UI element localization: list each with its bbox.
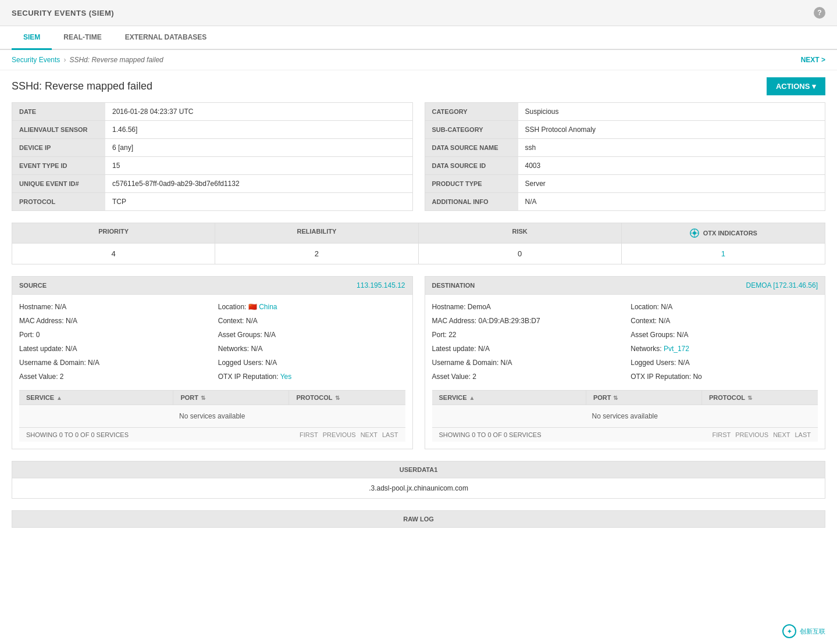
- sensor-value: 1.46.56]: [105, 121, 412, 139]
- left-info-table: DATE 2016-01-28 04:23:37 UTC ALIENVAULT …: [12, 103, 412, 210]
- destination-port: Port: 22: [432, 330, 619, 340]
- source-dest-row: SOURCE 113.195.145.12 Hostname: N/A MAC …: [12, 276, 825, 449]
- destination-panel: DESTINATION DemoA [172.31.46.56] Hostnam…: [425, 276, 826, 449]
- page-title-row: SSHd: Reverse mapped failed ACTIONS ▾: [0, 70, 837, 102]
- page-header-title: SECURITY EVENTS (SIEM): [12, 9, 114, 17]
- help-icon[interactable]: ?: [814, 7, 825, 19]
- source-protocol-col-header[interactable]: PROTOCOL ⇅: [289, 391, 405, 405]
- risk-header: RISK: [419, 223, 622, 243]
- destination-port-col-header[interactable]: PORT ⇅: [586, 391, 702, 405]
- china-flag-icon: 🇨🇳: [248, 303, 257, 311]
- additional-info-value: N/A: [518, 193, 825, 211]
- source-hostname: Hostname: N/A: [19, 302, 206, 312]
- date-value: 2016-01-28 04:23:37 UTC: [105, 103, 412, 121]
- source-previous-btn[interactable]: PREVIOUS: [323, 431, 356, 438]
- destination-services-table: SERVICE ▲ PORT ⇅ PROTOCOL ⇅ No services …: [432, 390, 818, 442]
- source-last-btn[interactable]: LAST: [382, 431, 398, 438]
- destination-next-btn[interactable]: NEXT: [773, 431, 790, 438]
- source-right-col: Location: 🇨🇳 China Context: N/A Asset Gr…: [218, 302, 405, 385]
- source-mac: MAC Address: N/A: [19, 316, 206, 326]
- source-service-col-header[interactable]: SERVICE ▲: [19, 391, 173, 405]
- source-no-services: No services available: [19, 405, 405, 428]
- source-next-btn[interactable]: NEXT: [361, 431, 377, 438]
- userdata-value: .3.adsl-pool.jx.chinaunicom.com: [12, 478, 825, 498]
- datasource-id-label: DATA SOURCE ID: [425, 157, 518, 175]
- destination-label: DESTINATION: [432, 282, 475, 289]
- category-value: Suspicious: [518, 103, 825, 121]
- otx-value[interactable]: 1: [622, 244, 825, 264]
- source-service-sort-icon: ▲: [56, 395, 62, 401]
- category-label: CATEGORY: [425, 103, 518, 121]
- event-type-value: 15: [105, 157, 412, 175]
- destination-services-nav: FIRST PREVIOUS NEXT LAST: [713, 431, 811, 438]
- tab-siem[interactable]: SIEM: [12, 26, 52, 50]
- userdata-header: USERDATA1: [12, 461, 825, 478]
- breadcrumb-link[interactable]: Security Events: [12, 56, 60, 64]
- source-port-col-header[interactable]: PORT ⇅: [173, 391, 289, 405]
- destination-asset-value: Asset Value: 2: [432, 371, 619, 382]
- source-otx-rep: OTX IP Reputation: Yes: [218, 371, 405, 382]
- table-row: PROTOCOL TCP: [12, 193, 412, 211]
- destination-context: Context: N/A: [631, 316, 818, 326]
- destination-last-btn[interactable]: LAST: [795, 431, 811, 438]
- source-location-label: Location:: [218, 303, 248, 311]
- source-asset-groups: Asset Groups: N/A: [218, 330, 405, 340]
- source-location-value[interactable]: China: [259, 303, 277, 311]
- priority-value: 4: [12, 244, 215, 264]
- source-otx-rep-label: OTX IP Reputation:: [218, 373, 280, 381]
- metrics-row: PRIORITY RELIABILITY RISK OTX INDICATORS…: [12, 223, 825, 264]
- destination-no-services: No services available: [432, 405, 818, 428]
- source-left-col: Hostname: N/A MAC Address: N/A Port: 0 L…: [19, 302, 206, 385]
- destination-port-sort-icon: ⇅: [613, 395, 618, 401]
- destination-showing: SHOWING 0 TO 0 OF 0 SERVICES: [439, 431, 542, 438]
- metrics-values: 4 2 0 1: [12, 244, 825, 264]
- reliability-value: 2: [215, 244, 418, 264]
- destination-latest-update: Latest update: N/A: [432, 344, 619, 354]
- left-info-panel: DATE 2016-01-28 04:23:37 UTC ALIENVAULT …: [12, 102, 413, 211]
- right-info-table: CATEGORY Suspicious SUB-CATEGORY SSH Pro…: [425, 103, 825, 210]
- priority-header: PRIORITY: [12, 223, 215, 243]
- tab-realtime[interactable]: REAL-TIME: [52, 26, 113, 50]
- right-info-panel: CATEGORY Suspicious SUB-CATEGORY SSH Pro…: [425, 102, 826, 211]
- breadcrumb-left: Security Events › SSHd: Reverse mapped f…: [12, 56, 163, 64]
- destination-networks-value[interactable]: Pvt_172: [664, 345, 689, 353]
- tab-external[interactable]: EXTERNAL DATABASES: [113, 26, 219, 50]
- source-first-btn[interactable]: FIRST: [300, 431, 318, 438]
- source-otx-rep-value[interactable]: Yes: [280, 373, 292, 381]
- otx-indicators-link[interactable]: 1: [721, 249, 725, 258]
- table-row: DATA SOURCE ID 4003: [425, 157, 825, 175]
- destination-previous-btn[interactable]: PREVIOUS: [735, 431, 768, 438]
- source-body: Hostname: N/A MAC Address: N/A Port: 0 L…: [12, 295, 412, 449]
- destination-service-sort-icon: ▲: [469, 395, 475, 401]
- source-ip-link[interactable]: 113.195.145.12: [357, 281, 405, 289]
- destination-services-footer: SHOWING 0 TO 0 OF 0 SERVICES FIRST PREVI…: [432, 428, 818, 442]
- protocol-label: PROTOCOL: [12, 193, 105, 211]
- destination-services-header: SERVICE ▲ PORT ⇅ PROTOCOL ⇅: [432, 391, 818, 405]
- product-type-label: PRODUCT TYPE: [425, 175, 518, 193]
- subcategory-label: SUB-CATEGORY: [425, 121, 518, 139]
- source-asset-value: Asset Value: 2: [19, 371, 206, 382]
- tabs-bar: SIEM REAL-TIME EXTERNAL DATABASES: [0, 26, 837, 50]
- destination-location: Location: N/A: [631, 302, 818, 312]
- datasource-id-value: 4003: [518, 157, 825, 175]
- page-header: SECURITY EVENTS (SIEM) ?: [0, 0, 837, 26]
- source-username: Username & Domain: N/A: [19, 357, 206, 368]
- table-row: PRODUCT TYPE Server: [425, 175, 825, 193]
- actions-button[interactable]: ACTIONS ▾: [767, 77, 825, 95]
- breadcrumb-current: SSHd: Reverse mapped failed: [69, 56, 163, 64]
- source-info-row: Hostname: N/A MAC Address: N/A Port: 0 L…: [19, 302, 405, 385]
- destination-ip-link[interactable]: DemoA [172.31.46.56]: [746, 281, 818, 289]
- risk-value: 0: [419, 244, 622, 264]
- table-row: UNIQUE EVENT ID# c57611e5-87ff-0ad9-ab29…: [12, 175, 412, 193]
- destination-protocol-col-header[interactable]: PROTOCOL ⇅: [702, 391, 818, 405]
- breadcrumb-next[interactable]: NEXT >: [801, 56, 825, 64]
- destination-first-btn[interactable]: FIRST: [713, 431, 731, 438]
- destination-service-col-header[interactable]: SERVICE ▲: [432, 391, 586, 405]
- source-logged-users: Logged Users: N/A: [218, 357, 405, 368]
- destination-username: Username & Domain: N/A: [432, 357, 619, 368]
- destination-header: DESTINATION DemoA [172.31.46.56]: [425, 277, 825, 295]
- otx-header-label: OTX INDICATORS: [703, 230, 757, 237]
- destination-right-col: Location: N/A Context: N/A Asset Groups:…: [631, 302, 818, 385]
- source-location: Location: 🇨🇳 China: [218, 302, 405, 312]
- source-networks: Networks: N/A: [218, 344, 405, 354]
